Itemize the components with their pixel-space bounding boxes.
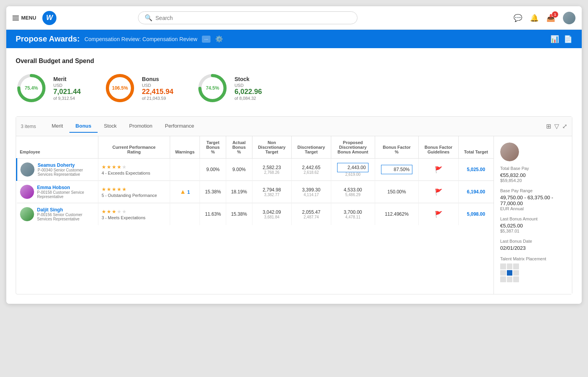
user-avatar[interactable]	[563, 12, 575, 24]
col-non-disc[interactable]: NonDiscretionaryTarget	[252, 136, 292, 159]
emp-id-1: P-00340 Senior Customer	[38, 168, 83, 172]
employee-cell-3: Daljit Singh P-00156 Senior Customer Ser…	[17, 203, 98, 225]
bonus-amount-input-1[interactable]	[337, 163, 368, 172]
bonus-factor-guide-1: 🚩	[419, 159, 458, 181]
actual-bonus-1: 9.00%	[226, 159, 252, 181]
total-target-1[interactable]: 5,025.00	[458, 159, 494, 181]
emp-name-3[interactable]: Daljit Singh	[37, 207, 83, 213]
table-view-icon[interactable]: ⊞	[546, 123, 551, 130]
table-filter-icon[interactable]: ▽	[554, 123, 559, 130]
inbox-icon[interactable]: 📥 1	[546, 14, 555, 22]
export-table-icon[interactable]: 📊	[550, 35, 559, 43]
side-panel: Total Base Pay €55,832.00 $59,854.20 Bas…	[494, 136, 572, 294]
non-disc-1: 2,582.23 2,768.26	[252, 159, 292, 181]
top-nav: MENU W 🔍 💬 🔔 📥 1	[6, 6, 582, 30]
employees-table: Employee Current PerformanceRating Warni…	[16, 136, 494, 225]
actual-bonus-3: 15.38%	[226, 203, 252, 225]
budget-item-bonus: 106.5% Bonus USD 22,415.94 of 21,043.59	[104, 72, 173, 104]
col-prop-disc[interactable]: ProposedDiscretionaryBonus Amount	[331, 136, 375, 159]
main-content: Overall Budget and Spend 75.4% Merit USD	[6, 48, 582, 304]
budget-item-stock: 74.5% Stock USD 6,022.96 of 8,084.32	[197, 72, 262, 104]
tab-performance[interactable]: Performance	[159, 120, 200, 133]
inbox-badge: 1	[552, 11, 558, 18]
tm-cell-9	[513, 276, 519, 282]
talent-matrix-grid	[500, 263, 519, 282]
col-actual-bonus[interactable]: ActualBonus%	[226, 136, 252, 159]
table-expand-icon[interactable]: ⤢	[562, 123, 567, 130]
employee-cell-1: Seamus Doherty P-00340 Senior Customer S…	[17, 159, 98, 181]
star-3-5: ★	[122, 209, 127, 215]
emp-info-1: Seamus Doherty P-00340 Senior Customer S…	[38, 162, 83, 177]
employee-cell-2: Emma Hobson P-00158 Customer Service Rep…	[17, 181, 98, 203]
bonus-of: of 21,043.59	[142, 96, 173, 101]
non-disc-3: 3,042.09 3,681.84	[252, 203, 292, 225]
total-target-3[interactable]: 5,098.00	[458, 203, 494, 225]
table-section: 3 items Merit Bonus Stock Promotion Perf…	[16, 116, 572, 294]
rating-cell-1: ★ ★ ★ ★ ★ 4 - Exceeds Expectations	[98, 159, 170, 181]
disc-target-1: 2,442.65 2,618.62	[292, 159, 331, 181]
col-target-bonus[interactable]: TargetBonus%	[200, 136, 226, 159]
header-subtitle: Compensation Review: Compensation Review	[84, 36, 197, 42]
hamburger-icon	[13, 16, 19, 20]
star-2-2: ★	[107, 186, 111, 192]
tm-cell-8	[507, 276, 513, 282]
star-1-4: ★	[117, 164, 122, 170]
stock-donut: 74.5%	[197, 72, 228, 104]
tab-stock[interactable]: Stock	[98, 120, 123, 133]
tab-bonus[interactable]: Bonus	[69, 120, 98, 133]
section-title: Overall Budget and Spend	[16, 58, 572, 65]
star-1-2: ★	[107, 164, 111, 170]
perf-label-2: 5 - Outstanding Performance	[102, 193, 166, 198]
emp-name-1[interactable]: Seamus Doherty	[38, 162, 83, 168]
star-1-1: ★	[102, 164, 106, 170]
side-label-base-pay: Total Base Pay	[500, 166, 566, 171]
budget-row: 75.4% Merit USD 7,021.44 of 9,312.54	[16, 72, 572, 104]
col-employee[interactable]: Employee	[17, 136, 98, 159]
tab-merit[interactable]: Merit	[45, 120, 69, 133]
total-target-2[interactable]: 6,194.00	[458, 181, 494, 203]
search-icon: 🔍	[145, 14, 152, 22]
stock-currency: USD	[234, 83, 262, 88]
star-3-2: ★	[107, 209, 111, 215]
flag-yellow-icon: 🚩	[435, 211, 443, 218]
bell-icon[interactable]: 🔔	[530, 14, 539, 22]
tab-promotion[interactable]: Promotion	[123, 120, 159, 133]
flag-green-icon: 🚩	[435, 166, 443, 173]
side-value-pay-range: 49,750.00 - 63,375.00 - 77,000.00	[500, 195, 566, 206]
col-disc-target[interactable]: DiscretionaryTarget	[292, 136, 331, 159]
chat-icon[interactable]: 💬	[514, 14, 522, 22]
menu-button[interactable]: MENU	[13, 15, 36, 21]
col-warnings[interactable]: Warnings	[170, 136, 200, 159]
col-bonus-factor-guide[interactable]: Bonus FactorGuidelines	[419, 136, 458, 159]
emp-avatar-2	[20, 185, 34, 199]
rating-cell-3: ★ ★ ★ ★ ★ 3 - Meets Expectations	[98, 203, 170, 225]
bonus-info: Bonus USD 22,415.94 of 21,043.59	[142, 76, 173, 101]
perf-label-1: 4 - Exceeds Expectations	[102, 171, 166, 175]
tab-actions: ⊞ ▽ ⤢	[546, 123, 567, 130]
col-performance[interactable]: Current PerformanceRating	[98, 136, 170, 159]
tm-cell-4	[500, 270, 506, 276]
header-filter-icon[interactable]: ⚙️	[215, 35, 223, 43]
side-field-pay-range: Base Pay Range 49,750.00 - 63,375.00 - 7…	[500, 188, 566, 211]
header-bar: Propose Awards: Compensation Review: Com…	[6, 30, 582, 48]
stock-type: Stock	[234, 76, 262, 82]
merit-donut: 75.4%	[16, 72, 47, 104]
items-count: 3 items	[21, 124, 36, 129]
export-pdf-icon[interactable]: 📄	[564, 35, 572, 43]
stock-percent: 74.5%	[206, 85, 219, 91]
emp-name-2[interactable]: Emma Hobson	[37, 185, 84, 190]
side-panel-avatar	[500, 143, 519, 161]
emp-id-3: P-00156 Senior Customer	[37, 213, 83, 217]
emp-id-2b: Representative	[37, 195, 84, 199]
search-bar[interactable]: 🔍	[138, 11, 358, 24]
page-frame: MENU W 🔍 💬 🔔 📥 1	[6, 6, 582, 304]
page-title: Propose Awards:	[16, 34, 80, 43]
col-total-target[interactable]: Total Target	[458, 136, 494, 159]
bonus-factor-input-1[interactable]	[381, 165, 412, 174]
col-bonus-factor-pct[interactable]: Bonus Factor%	[375, 136, 419, 159]
bonus-factor-pct-1[interactable]	[375, 159, 419, 181]
header-more-button[interactable]: ···	[202, 36, 211, 43]
bonus-type: Bonus	[142, 76, 173, 82]
search-input[interactable]	[156, 15, 351, 21]
actual-bonus-2: 18.19%	[226, 181, 252, 203]
